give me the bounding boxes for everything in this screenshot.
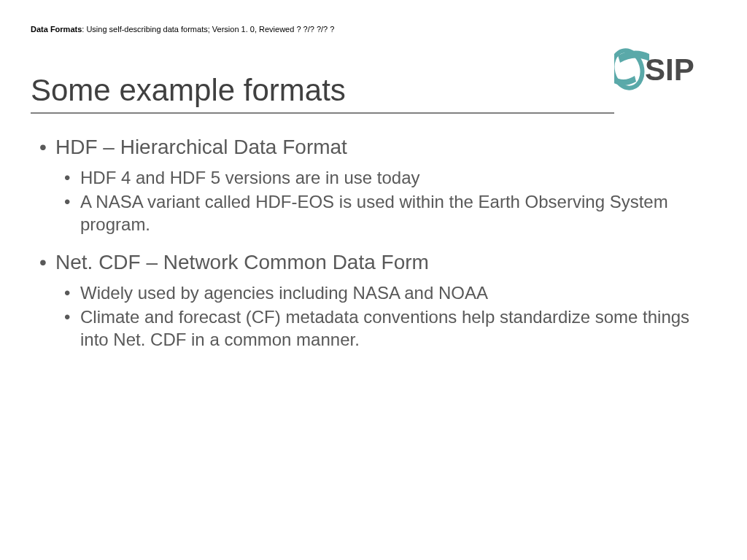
- bullet-group: HDF – Hierarchical Data Format HDF 4 and…: [39, 136, 711, 236]
- bullet-main: HDF – Hierarchical Data Format: [39, 136, 711, 159]
- slide-title: Some example formats: [31, 73, 614, 114]
- slide-content: HDF – Hierarchical Data Format HDF 4 and…: [39, 136, 711, 365]
- bullet-sub: A NASA variant called HDF-EOS is used wi…: [39, 190, 711, 236]
- header-category: Data Formats: [31, 25, 82, 34]
- bullet-main: Net. CDF – Network Common Data Form: [39, 251, 711, 274]
- bullet-sub: Widely used by agencies including NASA a…: [39, 281, 711, 304]
- sip-logo: SIP: [614, 41, 721, 98]
- bullet-group: Net. CDF – Network Common Data Form Wide…: [39, 251, 711, 351]
- slide-header: Data Formats: Using self-describing data…: [31, 25, 334, 34]
- bullet-sub: Climate and forecast (CF) metadata conve…: [39, 306, 711, 351]
- bullet-sub: HDF 4 and HDF 5 versions are in use toda…: [39, 166, 711, 189]
- header-description: : Using self-describing data formats; Ve…: [82, 25, 334, 34]
- svg-text:SIP: SIP: [645, 52, 694, 87]
